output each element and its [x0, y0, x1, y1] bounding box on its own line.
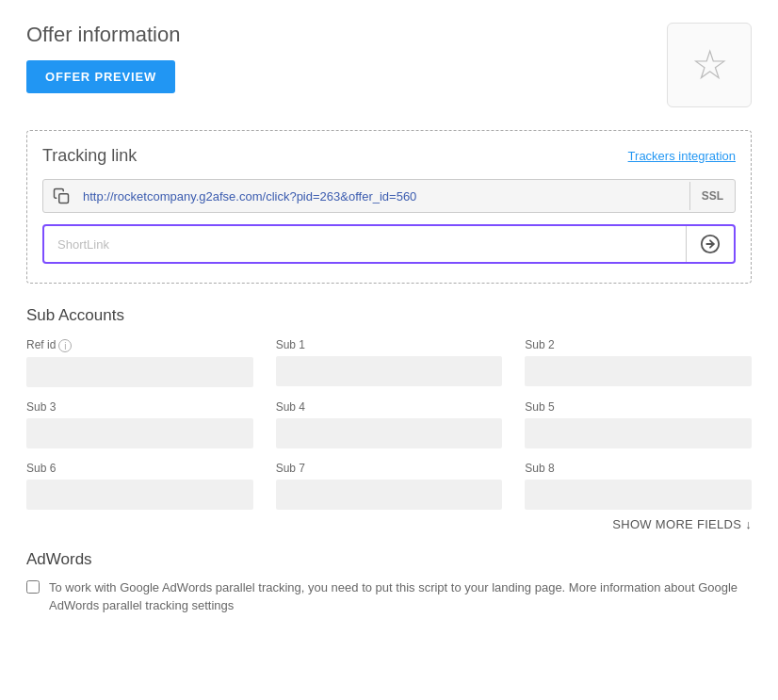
sub-account-field-8: Sub 8: [525, 462, 752, 510]
sub-account-label-0: Ref idi: [26, 338, 253, 352]
offer-title: Offer information: [26, 23, 180, 47]
tracking-section: Tracking link Trackers integration SSL: [26, 130, 752, 284]
trackers-integration-link[interactable]: Trackers integration: [628, 149, 736, 163]
sub-account-input-4[interactable]: [276, 418, 503, 448]
sub-account-label-2: Sub 2: [525, 338, 752, 351]
shortlink-input[interactable]: [44, 228, 686, 261]
adwords-section: AdWords To work with Google AdWords para…: [26, 550, 752, 615]
sub-account-field-5: Sub 5: [525, 400, 752, 448]
sub-account-field-1: Sub 1: [276, 338, 503, 387]
show-more-fields-link[interactable]: SHOW MORE FIELDS ↓: [26, 517, 752, 531]
sub-account-field-0: Ref idi: [26, 338, 253, 387]
arrow-right-circle-icon: [700, 234, 721, 254]
sub-accounts-section: Sub Accounts Ref idiSub 1Sub 2Sub 3Sub 4…: [26, 306, 752, 531]
sub-account-input-5[interactable]: [525, 418, 752, 448]
sub-account-label-1: Sub 1: [276, 338, 503, 351]
adwords-description: To work with Google AdWords parallel tra…: [49, 578, 752, 615]
sub-account-field-3: Sub 3: [26, 400, 253, 448]
sub-account-input-1[interactable]: [276, 356, 503, 386]
svg-rect-0: [59, 194, 69, 203]
sub-account-input-2[interactable]: [525, 356, 752, 386]
offer-preview-button[interactable]: OFFER PREVIEW: [26, 60, 175, 93]
sub-account-field-4: Sub 4: [276, 400, 503, 448]
tracking-section-header: Tracking link Trackers integration: [42, 146, 736, 166]
star-icon: ☆: [691, 44, 728, 86]
offer-info-left: Offer information OFFER PREVIEW: [26, 23, 180, 93]
sub-account-field-2: Sub 2: [525, 338, 752, 387]
sub-account-label-6: Sub 6: [26, 462, 253, 475]
tracking-url-input[interactable]: [79, 182, 689, 211]
sub-account-input-6[interactable]: [26, 480, 253, 510]
adwords-title: AdWords: [26, 550, 752, 569]
sub-account-label-8: Sub 8: [525, 462, 752, 475]
url-row: SSL: [42, 179, 736, 213]
sub-accounts-title: Sub Accounts: [26, 306, 752, 325]
shortlink-go-button[interactable]: [686, 226, 734, 262]
sub-account-input-7[interactable]: [276, 480, 503, 510]
sub-account-field-6: Sub 6: [26, 462, 253, 510]
sub-account-label-3: Sub 3: [26, 400, 253, 414]
sub-accounts-grid: Ref idiSub 1Sub 2Sub 3Sub 4Sub 5Sub 6Sub…: [26, 338, 752, 510]
shortlink-row: [42, 224, 736, 264]
sub-account-input-3[interactable]: [26, 418, 253, 448]
ssl-badge: SSL: [689, 182, 735, 210]
offer-header: Offer information OFFER PREVIEW ☆: [26, 23, 752, 107]
tracking-section-title: Tracking link: [42, 146, 137, 166]
star-box: ☆: [667, 23, 752, 107]
sub-account-label-7: Sub 7: [276, 462, 503, 475]
sub-account-field-7: Sub 7: [276, 462, 503, 510]
info-icon-0: i: [58, 339, 72, 352]
adwords-row: To work with Google AdWords parallel tra…: [26, 578, 752, 615]
sub-account-input-8[interactable]: [525, 480, 752, 510]
copy-icon: [53, 187, 70, 204]
sub-account-label-5: Sub 5: [525, 400, 752, 414]
adwords-checkbox[interactable]: [26, 580, 40, 594]
sub-account-label-4: Sub 4: [276, 400, 503, 414]
sub-account-input-0[interactable]: [26, 357, 253, 387]
copy-url-button[interactable]: [43, 180, 79, 212]
